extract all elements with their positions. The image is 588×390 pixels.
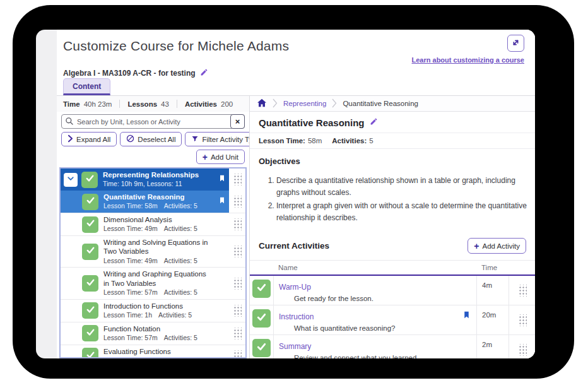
activity-row: Instruction What is quantitative reasoni… — [250, 305, 535, 335]
activity-time: 2m — [476, 335, 509, 358]
stats-divider — [119, 100, 120, 108]
tab-content[interactable]: Content — [63, 78, 110, 95]
lesson-row[interactable]: Function Notation Lesson Time: 57mActivi… — [61, 322, 245, 345]
search-input[interactable] — [61, 114, 245, 129]
activity-time: 4m — [476, 276, 509, 305]
unit-title: Representing Relationships — [103, 170, 213, 179]
breadcrumb-separator-icon — [332, 98, 337, 109]
lesson-checkbox[interactable] — [82, 275, 98, 292]
lesson-meta: Lesson Time: 1hActivities: 5 — [103, 311, 213, 320]
search-icon — [65, 117, 74, 128]
edit-pencil-icon[interactable] — [370, 117, 378, 128]
lesson-row[interactable]: Quantitative Reasoning Lesson Time: 58mA… — [61, 191, 245, 213]
drag-handle[interactable] — [233, 174, 242, 186]
plus-icon: + — [474, 242, 479, 251]
lesson-meta: Lesson Time: 57mActivities: 5 — [103, 288, 213, 297]
stats-divider — [177, 100, 177, 108]
objective-item: Interpret a graph given with or without … — [276, 200, 535, 223]
drag-handle[interactable] — [233, 305, 242, 317]
drag-handle[interactable] — [233, 328, 242, 340]
course-outline-panel: Time 40h 23m Lessons 43 Activities 200 × — [57, 96, 250, 358]
lesson-title: Quantitative Reasoning — [259, 117, 365, 128]
objectives-heading: Objectives — [250, 149, 535, 166]
activity-checkbox[interactable] — [252, 309, 271, 328]
home-icon[interactable] — [257, 98, 267, 109]
lesson-title: Introduction to Functions — [103, 302, 213, 310]
stats-activities-value: 200 — [221, 100, 233, 108]
activity-name-link[interactable]: Instruction — [279, 312, 314, 321]
drag-handle[interactable] — [233, 350, 242, 358]
expand-window-button[interactable] — [507, 35, 524, 52]
drag-handle[interactable] — [518, 314, 527, 326]
check-icon — [85, 218, 96, 231]
edit-pencil-icon[interactable] — [200, 68, 208, 79]
filter-activity-types-button[interactable]: Filter Activity Types — [185, 132, 250, 146]
lesson-meta: Lesson Time: 55mActivities: 5 — [103, 357, 213, 358]
check-icon — [85, 304, 96, 317]
filter-funnel-icon — [191, 135, 199, 144]
drag-handle[interactable] — [233, 278, 242, 290]
lesson-checkbox[interactable] — [82, 216, 98, 233]
activities-table-header: Name Time — [250, 260, 535, 276]
check-icon — [85, 195, 96, 208]
clear-search-button[interactable]: × — [230, 114, 245, 129]
lesson-checkbox[interactable] — [82, 348, 98, 358]
collapse-unit-button[interactable] — [64, 173, 78, 187]
add-unit-button[interactable]: + Add Unit — [196, 150, 245, 164]
lesson-checkbox[interactable] — [82, 325, 98, 341]
activity-name-link[interactable]: Warm-Up — [279, 283, 311, 292]
check-icon — [85, 327, 96, 340]
app-content: Customize Course for Michele Adams Learn… — [57, 30, 535, 358]
expand-all-button[interactable]: Expand All — [61, 132, 117, 146]
activity-name-link[interactable]: Summary — [279, 342, 311, 351]
chevron-right-icon — [68, 134, 73, 144]
course-subtitle: Algebra I - MA3109 A-CR - for testing — [63, 69, 196, 78]
drag-handle[interactable] — [518, 285, 527, 297]
lesson-meta: Lesson Time: 49mActivities: 5 — [103, 225, 213, 233]
lesson-row[interactable]: Introduction to Functions Lesson Time: 1… — [61, 299, 245, 322]
activity-description: Review and connect what you learned. — [279, 354, 471, 358]
lesson-row[interactable]: Writing and Graphing Equations in Two Va… — [61, 267, 245, 298]
deselect-all-button[interactable]: Deselect All — [120, 132, 182, 146]
lesson-title: Quantitative Reasoning — [103, 192, 213, 201]
drag-handle[interactable] — [233, 245, 242, 257]
drag-handle[interactable] — [518, 344, 527, 356]
unit-checkbox[interactable] — [81, 172, 98, 188]
page-title: Customize Course for Michele Adams — [63, 38, 289, 54]
lesson-meta: Lesson Time: 57mActivities: 5 — [103, 334, 213, 343]
breadcrumb-separator-icon — [273, 98, 278, 109]
add-activity-button[interactable]: + Add Activity — [467, 238, 526, 254]
activity-time: 20m — [476, 305, 509, 334]
course-stats-bar: Time 40h 23m Lessons 43 Activities 200 — [57, 96, 249, 112]
check-icon — [85, 245, 96, 258]
current-activities-heading: Current Activities — [259, 241, 329, 251]
lesson-row[interactable]: Evaluating Functions Lesson Time: 55mAct… — [61, 345, 245, 358]
chevron-down-icon — [66, 174, 75, 185]
lesson-checkbox[interactable] — [82, 302, 98, 319]
activity-row: Summary Review and connect what you lear… — [250, 335, 535, 358]
diagonal-resize-icon — [511, 38, 520, 49]
breadcrumb-unit-link[interactable]: Representing — [283, 100, 326, 107]
bookmark-icon — [462, 310, 471, 322]
lesson-title: Function Notation — [103, 324, 213, 333]
lesson-meta: Lesson Time: 58mActivities: 5 — [103, 202, 213, 211]
page-header: Customize Course for Michele Adams Learn… — [57, 30, 535, 96]
lesson-row[interactable]: Writing and Solving Equations in Two Var… — [61, 235, 245, 267]
plus-icon: + — [203, 153, 208, 162]
learn-about-customizing-link[interactable]: Learn about customizing a course — [412, 56, 524, 64]
lesson-checkbox[interactable] — [82, 244, 98, 260]
check-icon — [256, 281, 268, 296]
drag-handle[interactable] — [233, 218, 242, 230]
lesson-checkbox[interactable] — [82, 194, 98, 210]
activity-checkbox[interactable] — [252, 339, 271, 357]
unit-row-representing-relationships[interactable]: Representing Relationships Time: 10h 9m,… — [61, 168, 245, 191]
breadcrumb-current: Quantitative Reasoning — [343, 100, 418, 107]
breadcrumb: Representing Quantitative Reasoning — [250, 96, 535, 112]
activity-checkbox[interactable] — [252, 280, 271, 298]
lesson-row[interactable]: Dimensional Analysis Lesson Time: 49mAct… — [61, 213, 245, 235]
activities-table: Name Time Warm-Up Get ready for the less… — [250, 260, 535, 358]
lesson-title: Dimensional Analysis — [103, 215, 213, 224]
drag-handle[interactable] — [233, 196, 242, 208]
stats-lessons-label: Lessons — [127, 100, 157, 108]
check-icon — [85, 350, 96, 358]
